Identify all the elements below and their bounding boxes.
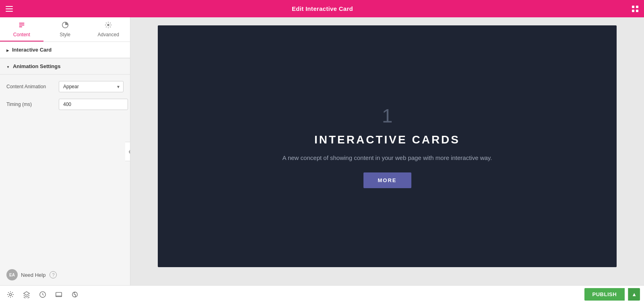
publish-arrow-button[interactable]: ▲: [628, 288, 640, 301]
tab-advanced[interactable]: Advanced: [87, 17, 130, 42]
tab-style[interactable]: Style: [43, 17, 87, 42]
sidebar-collapse-handle[interactable]: [125, 142, 130, 161]
card-number: 1: [382, 105, 393, 127]
svg-rect-1: [6, 8, 13, 9]
ea-badge: EA: [6, 269, 18, 280]
content-animation-select-wrapper: Appear Fade Slide Zoom ▼: [59, 81, 124, 92]
animation-settings-body: Content Animation Appear Fade Slide Zoom…: [0, 75, 130, 120]
card-more-button[interactable]: MORE: [363, 172, 411, 188]
tab-content[interactable]: Content: [0, 17, 43, 42]
svg-rect-5: [632, 10, 634, 12]
responsive-icon[interactable]: [52, 288, 65, 301]
tab-advanced-label: Advanced: [97, 32, 119, 37]
svg-rect-0: [6, 6, 13, 7]
need-help-section[interactable]: EA Need Help ?: [0, 264, 130, 285]
animation-settings-header[interactable]: Animation Settings: [0, 58, 130, 75]
tab-style-label: Style: [60, 32, 70, 37]
header-title: Edit Interactive Card: [292, 5, 353, 12]
menu-icon[interactable]: [6, 6, 13, 12]
sidebar: Content Style Advanced: [0, 17, 130, 285]
history-icon[interactable]: [36, 288, 49, 301]
svg-rect-4: [636, 6, 638, 8]
tabs-bar: Content Style Advanced: [0, 17, 130, 42]
card-description: A new concept of showing content in your…: [283, 154, 492, 161]
content-animation-row: Content Animation Appear Fade Slide Zoom…: [6, 81, 124, 92]
content-tab-icon: [18, 21, 25, 30]
publish-button[interactable]: PUBLISH: [584, 288, 625, 301]
help-question-icon[interactable]: ?: [50, 271, 57, 278]
content-animation-select[interactable]: Appear Fade Slide Zoom: [59, 81, 124, 92]
timing-label: Timing (ms): [6, 102, 59, 107]
svg-rect-2: [6, 11, 13, 12]
settings-icon[interactable]: [4, 288, 17, 301]
grid-icon[interactable]: [632, 6, 638, 12]
section-collapsed-icon: [6, 47, 9, 53]
svg-rect-3: [632, 6, 634, 8]
preview-area: 1 INTERACTIVE CARDS A new concept of sho…: [130, 17, 644, 285]
svg-point-8: [107, 24, 109, 26]
tab-content-label: Content: [13, 32, 30, 37]
interactive-card-section-header[interactable]: Interactive Card: [0, 42, 130, 58]
section-expanded-icon: [6, 63, 10, 69]
svg-point-9: [9, 293, 11, 295]
main-layout: Content Style Advanced: [0, 17, 644, 285]
timing-input[interactable]: [59, 99, 128, 110]
card-preview: 1 INTERACTIVE CARDS A new concept of sho…: [158, 25, 617, 267]
need-help-label: Need Help: [21, 272, 45, 278]
advanced-tab-icon: [105, 21, 112, 30]
svg-rect-6: [636, 10, 638, 12]
style-tab-icon: [62, 21, 69, 30]
preview-icon[interactable]: [68, 288, 81, 301]
animation-settings-label: Animation Settings: [13, 63, 60, 69]
bottom-bar: PUBLISH ▲: [0, 285, 644, 303]
spacer: [0, 120, 130, 264]
timing-row: Timing (ms): [6, 99, 124, 110]
interactive-card-section-label: Interactive Card: [12, 47, 52, 53]
content-animation-label: Content Animation: [6, 84, 59, 89]
card-title: INTERACTIVE CARDS: [314, 133, 460, 146]
layers-icon[interactable]: [20, 288, 33, 301]
header: Edit Interactive Card: [0, 0, 644, 17]
